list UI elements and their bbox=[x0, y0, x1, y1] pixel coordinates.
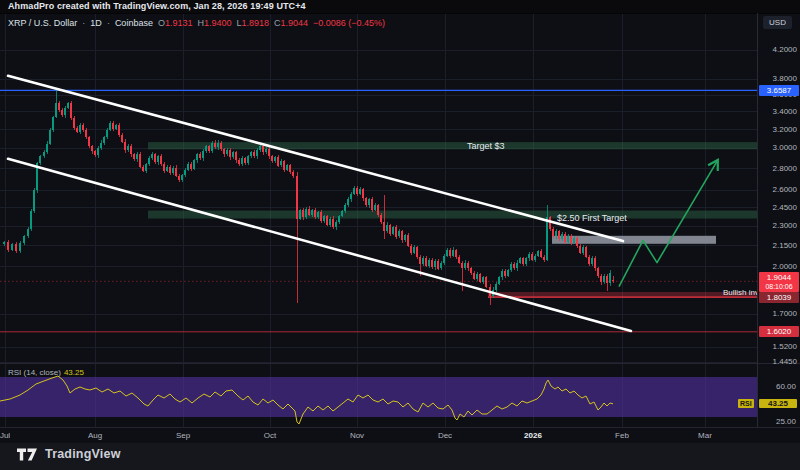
ohlc-open: O1.9131 bbox=[158, 17, 193, 29]
rsi-scale-60: 60.00 bbox=[776, 382, 796, 391]
price-axis[interactable]: 4.20003.80003.60003.40003.20003.00002.80… bbox=[757, 13, 800, 427]
currency-toggle-button[interactable]: USD bbox=[763, 16, 792, 29]
price-tick-label: 1.7000 bbox=[773, 309, 797, 319]
time-label-year: 2026 bbox=[524, 431, 542, 440]
price-tick-label: 1.5200 bbox=[773, 342, 797, 352]
price-tick-label: 2.8000 bbox=[773, 164, 797, 174]
price-tick-label: 3.8000 bbox=[773, 74, 797, 84]
price-tick-label: 1.4450 bbox=[773, 357, 797, 367]
price-tick-label: 4.2000 bbox=[773, 45, 797, 55]
price-tick-label: 2.4500 bbox=[773, 203, 797, 213]
tradingview-chart-page: { "attribution": {"text": "AhmadPro crea… bbox=[0, 0, 800, 470]
tradingview-logo[interactable]: TradingView bbox=[17, 447, 121, 461]
first-target-label: $2.50 First Target bbox=[557, 213, 627, 223]
time-label-month: Feb bbox=[615, 431, 629, 440]
bullish-invalidation-label: Bullish invalidation bbox=[723, 288, 757, 297]
time-label-month: Dec bbox=[438, 431, 452, 440]
rsi-value-text: 43.25 bbox=[64, 368, 84, 377]
price-tick-label: 3.0000 bbox=[773, 143, 797, 153]
tradingview-logo-icon bbox=[17, 448, 39, 461]
change-label: −0.0086 (−0.45%) bbox=[313, 17, 385, 29]
rsi-indicator-label[interactable]: RSI (14, close)43.25 bbox=[8, 368, 84, 377]
symbol-title[interactable]: XRP / U.S. Dollar bbox=[8, 17, 77, 29]
rsi-scale-25: 25.00 bbox=[776, 417, 796, 426]
invalidation-price-badge: 1.8039 bbox=[759, 292, 799, 303]
stop-price-badge: 1.6020 bbox=[759, 326, 799, 337]
rsi-axis-tag: RSI bbox=[738, 399, 754, 408]
plot-overlays: Target $3 $2.50 First Target Bullish inv… bbox=[0, 13, 757, 427]
timeframe-label[interactable]: 1D bbox=[90, 17, 102, 29]
ohlc-high: H1.9400 bbox=[197, 17, 231, 29]
symbol-info-row: XRP / U.S. Dollar · 1D · Coinbase O1.913… bbox=[8, 17, 385, 29]
attribution-bar: AhmadPro created with TradingView.com, J… bbox=[0, 0, 800, 13]
time-label-month: Aug bbox=[88, 431, 102, 440]
tradingview-logo-text: TradingView bbox=[45, 447, 121, 461]
time-axis[interactable]: JulAugSepOctNovDec2026FebMar bbox=[0, 428, 757, 443]
time-label-month: Mar bbox=[698, 431, 712, 440]
divider bbox=[0, 13, 800, 14]
price-tick-label: 3.2000 bbox=[773, 125, 797, 135]
ohlc-low: L1.8918 bbox=[236, 17, 269, 29]
price-tick-label: 3.4000 bbox=[773, 107, 797, 117]
price-tick-label: 2.0000 bbox=[773, 262, 797, 272]
last-price-badge: 1.904408:10:06 bbox=[759, 272, 799, 292]
attribution-text: AhmadPro created with TradingView.com, J… bbox=[8, 1, 306, 11]
pane-separator[interactable] bbox=[0, 363, 800, 364]
time-label-month: Oct bbox=[264, 431, 276, 440]
separator-dot: · bbox=[107, 17, 110, 29]
price-tick-label: 2.6000 bbox=[773, 185, 797, 195]
separator-dot: · bbox=[82, 17, 85, 29]
rsi-axis-value-badge: 43.25 bbox=[759, 399, 797, 408]
target-3-label: Target $3 bbox=[467, 141, 505, 151]
price-tick-label: 2.1500 bbox=[773, 241, 797, 251]
exchange-label: Coinbase bbox=[115, 17, 153, 29]
resistance-price-badge: 3.6587 bbox=[759, 85, 799, 96]
time-label-month: Sep bbox=[176, 431, 190, 440]
price-tick-label: 2.3000 bbox=[773, 221, 797, 231]
time-label-month: Nov bbox=[350, 431, 364, 440]
ohlc-close: C1.9044 bbox=[274, 17, 308, 29]
time-label-month: Jul bbox=[0, 431, 10, 440]
